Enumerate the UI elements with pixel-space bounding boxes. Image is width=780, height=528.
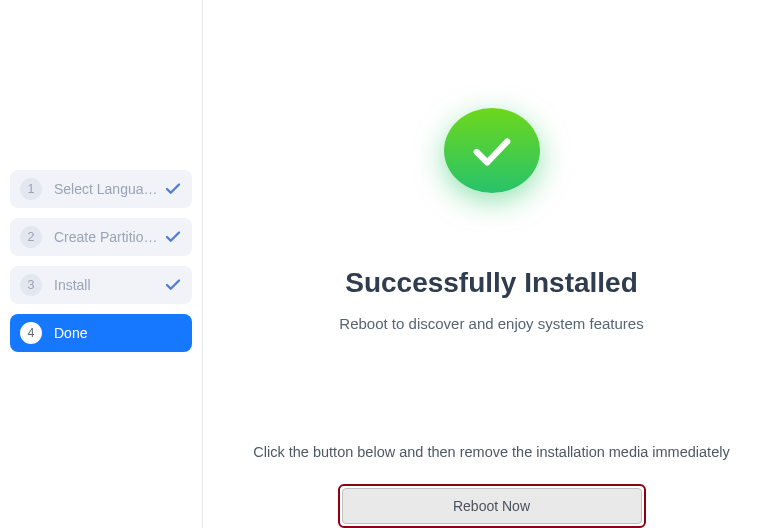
step-number-badge: 1 (20, 178, 42, 200)
step-select-language[interactable]: 1 Select Language (10, 170, 192, 208)
sidebar: 1 Select Language 2 Create Partitions 3 … (0, 0, 203, 528)
check-icon (164, 180, 182, 198)
step-number-badge: 2 (20, 226, 42, 248)
step-install[interactable]: 3 Install (10, 266, 192, 304)
page-title: Successfully Installed (345, 267, 638, 299)
page-subtitle: Reboot to discover and enjoy system feat… (339, 315, 643, 332)
step-label: Create Partitions (54, 229, 158, 245)
step-label: Select Language (54, 181, 158, 197)
step-create-partitions[interactable]: 2 Create Partitions (10, 218, 192, 256)
success-check-icon (444, 108, 540, 193)
check-icon (164, 276, 182, 294)
main-content: Successfully Installed Reboot to discove… (203, 0, 780, 528)
step-number-badge: 3 (20, 274, 42, 296)
step-number-badge: 4 (20, 322, 42, 344)
step-label: Done (54, 325, 182, 341)
step-done[interactable]: 4 Done (10, 314, 192, 352)
check-icon (164, 228, 182, 246)
reboot-button-highlight: Reboot Now (338, 484, 646, 528)
step-label: Install (54, 277, 158, 293)
reboot-now-button[interactable]: Reboot Now (342, 488, 642, 524)
instruction-text: Click the button below and then remove t… (253, 444, 729, 460)
